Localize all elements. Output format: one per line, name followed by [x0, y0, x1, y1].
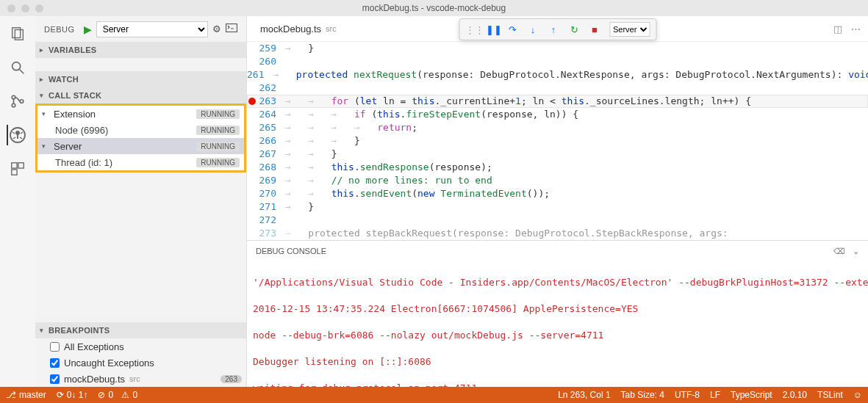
close-dot[interactable] — [7, 4, 15, 12]
titlebar: mockDebug.ts - vscode-mock-debug — [0, 0, 868, 16]
svg-point-8 — [15, 131, 20, 135]
debug-console-panel: DEBUG CONSOLE ⌫ ⌄ '/Applications/Visual … — [247, 240, 868, 387]
variables-header[interactable]: ▸VARIABLES — [35, 42, 246, 58]
panel-title: DEBUG CONSOLE — [256, 247, 326, 255]
svg-line-13 — [20, 137, 22, 139]
console-output[interactable]: '/Applications/Visual Studio Code - Insi… — [247, 261, 868, 387]
tab-mockdebug[interactable]: mockDebug.ts src — [254, 23, 342, 35]
debug-label: DEBUG — [44, 25, 75, 34]
svg-line-3 — [20, 70, 24, 74]
problems[interactable]: ⊘0 ⚠0 — [98, 390, 137, 400]
encoding[interactable]: UTF-8 — [675, 390, 700, 400]
gear-icon[interactable]: ⚙ — [212, 23, 221, 35]
feedback-icon[interactable]: ☺ — [853, 390, 862, 400]
warning-icon: ⚠ — [121, 390, 129, 400]
debug-icon[interactable] — [7, 125, 27, 145]
bp-all-check[interactable] — [50, 342, 60, 352]
step-into-icon[interactable]: ↓ — [527, 24, 539, 35]
sidebar: DEBUG ▶ Server ⚙ ▸VARIABLES ▸WATCH ▾CALL… — [35, 16, 247, 387]
debug-toolbar[interactable]: ⋮⋮ ❚❚ ↷ ↓ ↑ ↻ ■ Server — [459, 18, 656, 40]
svg-point-5 — [12, 104, 15, 107]
breakpoint-dot[interactable] — [248, 98, 256, 105]
callstack-item-node[interactable]: Node (6996)RUNNING — [37, 122, 244, 138]
svg-rect-16 — [12, 170, 17, 175]
callstack-item-server[interactable]: ▾ServerRUNNING — [37, 138, 244, 154]
debug-session-select[interactable]: Server — [609, 22, 650, 37]
sync-icon: ⟳ — [57, 390, 64, 400]
svg-point-4 — [12, 95, 15, 99]
svg-point-2 — [12, 62, 21, 70]
ts-version[interactable]: 2.0.10 — [783, 390, 807, 400]
grip-icon[interactable]: ⋮⋮ — [465, 24, 477, 35]
breakpoints-header[interactable]: ▾BREAKPOINTS — [35, 322, 246, 338]
clear-console-icon[interactable]: ⌫ — [833, 247, 845, 256]
split-editor-icon[interactable]: ◫ — [833, 23, 842, 35]
bp-file[interactable]: mockDebug.tssrc263 — [35, 371, 246, 387]
svg-line-12 — [13, 137, 15, 139]
step-over-icon[interactable]: ↷ — [506, 24, 518, 35]
bp-uncaught-exceptions[interactable]: Uncaught Exceptions — [35, 355, 246, 371]
callstack-item-thread[interactable]: Thread (id: 1)RUNNING — [37, 154, 244, 170]
stop-icon[interactable]: ■ — [589, 24, 600, 35]
cursor-pos[interactable]: Ln 263, Col 1 — [558, 390, 610, 400]
git-sync[interactable]: ⟳0↓ 1↑ — [57, 390, 88, 400]
search-icon[interactable] — [7, 57, 28, 78]
svg-rect-14 — [12, 163, 17, 168]
activitybar — [0, 16, 35, 387]
tslint[interactable]: TSLint — [817, 390, 843, 400]
traffic-lights — [7, 4, 43, 12]
branch-icon: ⎇ — [6, 390, 16, 400]
watch-header[interactable]: ▸WATCH — [35, 71, 246, 87]
debug-header: DEBUG ▶ Server ⚙ — [35, 16, 246, 42]
extensions-icon[interactable] — [7, 159, 28, 179]
scm-icon[interactable] — [7, 91, 28, 112]
window-title: mockDebug.ts - vscode-mock-debug — [362, 3, 506, 13]
explorer-icon[interactable] — [7, 23, 28, 44]
error-icon: ⊘ — [98, 390, 105, 400]
bp-all-exceptions[interactable]: All Exceptions — [35, 338, 246, 355]
bp-uncaught-check[interactable] — [50, 358, 60, 368]
start-debug-icon[interactable]: ▶ — [84, 23, 92, 35]
tab-size[interactable]: Tab Size: 4 — [621, 390, 664, 400]
svg-line-10 — [12, 132, 15, 134]
max-dot[interactable] — [35, 4, 43, 12]
svg-rect-15 — [18, 163, 24, 168]
code-editor[interactable]: 259→ } 260 261→ protected nextRequest(re… — [247, 42, 868, 240]
svg-point-6 — [20, 100, 24, 104]
callstack-header[interactable]: ▾CALL STACK — [35, 87, 246, 104]
pause-icon[interactable]: ❚❚ — [486, 24, 498, 35]
config-select[interactable]: Server — [96, 21, 208, 37]
tab-actions: ◫ ⋯ — [833, 23, 861, 35]
callstack-body: ▾ExtensionRUNNING Node (6996)RUNNING ▾Se… — [35, 104, 246, 173]
language-mode[interactable]: TypeScript — [731, 390, 772, 400]
panel-header: DEBUG CONSOLE ⌫ ⌄ — [247, 241, 868, 261]
step-out-icon[interactable]: ↑ — [548, 24, 559, 35]
svg-line-11 — [21, 132, 23, 134]
statusbar: ⎇master ⟳0↓ 1↑ ⊘0 ⚠0 Ln 263, Col 1 Tab S… — [0, 387, 868, 403]
callstack-item-extension[interactable]: ▾ExtensionRUNNING — [37, 106, 244, 122]
restart-icon[interactable]: ↻ — [568, 24, 580, 35]
more-icon[interactable]: ⋯ — [851, 23, 861, 35]
tabs: mockDebug.ts src ⋮⋮ ❚❚ ↷ ↓ ↑ ↻ ■ Server … — [247, 16, 868, 42]
eol[interactable]: LF — [710, 390, 720, 400]
editor-area: mockDebug.ts src ⋮⋮ ❚❚ ↷ ↓ ↑ ↻ ■ Server … — [247, 16, 868, 387]
chevron-down-icon[interactable]: ⌄ — [853, 247, 859, 256]
bp-file-check[interactable] — [50, 374, 60, 384]
git-branch[interactable]: ⎇master — [6, 390, 46, 400]
debug-console-icon[interactable] — [226, 23, 237, 35]
svg-rect-17 — [226, 24, 237, 32]
min-dot[interactable] — [21, 4, 29, 12]
